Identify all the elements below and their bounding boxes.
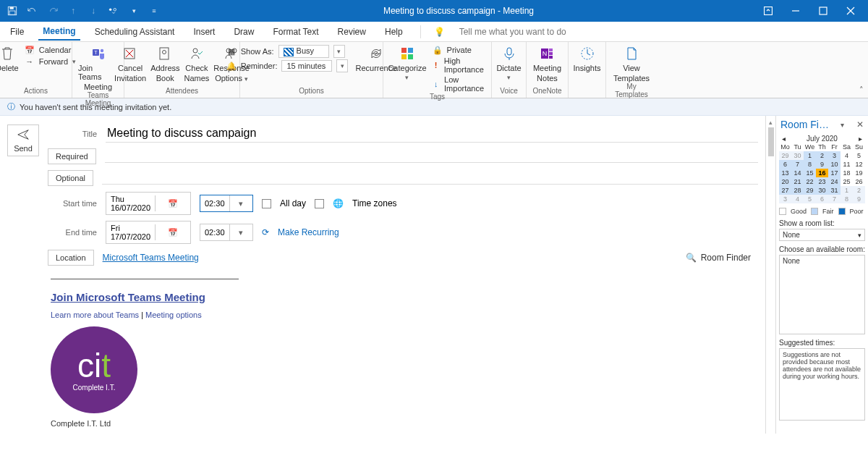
location-value[interactable]: Microsoft Teams Meeting (103, 253, 199, 263)
calendar-day[interactable]: 16 (816, 169, 828, 177)
calendar-day[interactable]: 8 (841, 195, 853, 203)
calendar-day[interactable]: 22 (804, 177, 816, 186)
calendar-day[interactable]: 17 (828, 169, 841, 177)
available-room-list[interactable]: None (779, 255, 865, 334)
qat-overflow-icon[interactable]: ≡ (148, 4, 161, 17)
prev-month-icon[interactable]: ◂ (782, 135, 786, 143)
chevron-down-icon[interactable]: ▾ (229, 195, 252, 211)
tab-help[interactable]: Help (380, 24, 407, 40)
calendar-icon[interactable]: 📅 (155, 224, 190, 240)
panel-dropdown-icon[interactable]: ▾ (841, 121, 844, 129)
required-button[interactable]: Required (48, 148, 96, 164)
panel-close-icon[interactable]: ✕ (856, 119, 864, 130)
calendar-day[interactable]: 29 (779, 151, 791, 160)
dictate-button[interactable]: Dictate▾ (496, 45, 521, 81)
calendar-day[interactable]: 11 (841, 160, 853, 169)
calendar-day[interactable]: 31 (828, 186, 841, 195)
calendar-day[interactable]: 30 (816, 186, 828, 195)
reminder-row[interactable]: 🔔 Reminder: 15 minutes ▾ (226, 59, 349, 72)
undo-icon[interactable] (26, 4, 39, 17)
location-button[interactable]: Location (48, 250, 94, 266)
calendar-day[interactable]: 21 (791, 177, 804, 186)
collapse-ribbon-icon[interactable]: ˄ (859, 85, 864, 95)
calendar-day[interactable]: 10 (828, 160, 841, 169)
calendar-day[interactable]: 6 (816, 195, 828, 203)
insights-button[interactable]: Insights (574, 45, 601, 72)
vertical-scrollbar[interactable]: ▴ (765, 116, 775, 434)
calendar-day[interactable]: 1 (841, 186, 853, 195)
ribbon-display-icon[interactable] (757, 1, 780, 21)
delete-button[interactable]: Delete (0, 45, 19, 72)
title-input[interactable] (106, 124, 758, 143)
check-names-button[interactable]: CheckNames (184, 45, 210, 83)
low-importance-button[interactable]: ↓Low Importance (433, 75, 487, 93)
calendar-day[interactable]: 5 (853, 151, 865, 160)
chevron-down-icon[interactable]: ▾ (336, 59, 348, 72)
calendar-day[interactable]: 23 (816, 177, 828, 186)
end-time-input[interactable]: 02:30▾ (200, 224, 253, 241)
calendar-day[interactable]: 7 (828, 195, 841, 203)
calendar-day[interactable]: 5 (804, 195, 816, 203)
up-arrow-icon[interactable]: ↑ (67, 4, 80, 17)
calendar-day[interactable]: 20 (779, 177, 791, 186)
calendar-day[interactable]: 8 (804, 160, 816, 169)
end-date-input[interactable]: Fri 17/07/2020📅 (106, 221, 191, 244)
calendar-day[interactable]: 3 (779, 195, 791, 203)
save-icon[interactable] (6, 4, 19, 17)
redo-icon[interactable] (46, 4, 59, 17)
join-teams-link[interactable]: Join Microsoft Teams Meeting (51, 291, 758, 303)
chevron-down-icon[interactable]: ▾ (333, 45, 345, 58)
calendar-day[interactable]: 27 (779, 186, 791, 195)
time-zones-checkbox[interactable] (315, 199, 324, 208)
start-date-input[interactable]: Thu 16/07/2020📅 (106, 192, 191, 215)
calendar-day[interactable]: 4 (791, 195, 804, 203)
join-teams-button[interactable]: T Join Teams Meeting (78, 45, 118, 91)
view-templates-button[interactable]: ViewTemplates (613, 45, 650, 83)
tab-draw[interactable]: Draw (229, 24, 258, 40)
calendar-day[interactable]: 3 (828, 151, 841, 160)
calendar-day[interactable]: 29 (804, 186, 816, 195)
calendar-day[interactable]: 4 (841, 151, 853, 160)
calendar-day[interactable]: 15 (804, 169, 816, 177)
close-button[interactable] (839, 1, 862, 21)
room-list-select[interactable]: None▾ (779, 229, 865, 241)
start-time-input[interactable]: 02:30▾ (200, 195, 253, 212)
calendar-day[interactable]: 9 (816, 160, 828, 169)
chevron-down-icon[interactable]: ▾ (229, 224, 252, 240)
tab-format[interactable]: Format Text (268, 24, 323, 40)
private-button[interactable]: 🔒Private (433, 45, 472, 55)
calendar-day[interactable]: 14 (791, 169, 804, 177)
learn-more-link[interactable]: Learn more about Teams (51, 311, 139, 319)
mini-calendar[interactable]: ◂ July 2020 ▸ MoTuWeThFrSaSu293012345678… (779, 135, 865, 203)
forward-button[interactable]: →Forward ▾ (25, 56, 76, 67)
calendar-day[interactable]: 1 (804, 151, 816, 160)
meeting-options-link[interactable]: Meeting options (145, 311, 202, 319)
high-importance-button[interactable]: !High Importance (433, 56, 487, 74)
next-month-icon[interactable]: ▸ (859, 135, 862, 143)
calendar-day[interactable]: 30 (791, 151, 804, 160)
maximize-button[interactable] (812, 1, 835, 21)
calendar-day[interactable]: 19 (853, 169, 865, 177)
qat-dropdown-icon[interactable]: ▾ (127, 4, 140, 17)
tab-scheduling[interactable]: Scheduling Assistant (90, 24, 179, 40)
calendar-day[interactable]: 24 (828, 177, 841, 186)
calendar-day[interactable]: 25 (841, 177, 853, 186)
all-day-checkbox[interactable] (262, 199, 271, 208)
calendar-day[interactable]: 28 (791, 186, 804, 195)
categorize-button[interactable]: Categorize ▾ (388, 45, 426, 81)
calendar-day[interactable]: 18 (841, 169, 853, 177)
minimize-button[interactable] (784, 1, 807, 21)
optional-button[interactable]: Optional (48, 170, 93, 186)
required-input[interactable] (105, 150, 758, 163)
calendar-day[interactable]: 9 (853, 195, 865, 203)
tab-review[interactable]: Review (333, 24, 370, 40)
calendar-day[interactable]: 26 (853, 177, 865, 186)
down-arrow-icon[interactable]: ↓ (87, 4, 100, 17)
scroll-up-icon[interactable]: ▴ (769, 119, 773, 126)
qat-more-icon[interactable] (107, 4, 120, 17)
meeting-body[interactable]: Join Microsoft Teams Meeting Learn more … (48, 279, 758, 428)
send-button[interactable]: Send (7, 124, 39, 156)
tell-me-input[interactable]: Tell me what you want to do (455, 24, 571, 40)
meeting-notes-button[interactable]: N MeetingNotes (533, 45, 561, 83)
tab-meeting[interactable]: Meeting (38, 23, 80, 41)
